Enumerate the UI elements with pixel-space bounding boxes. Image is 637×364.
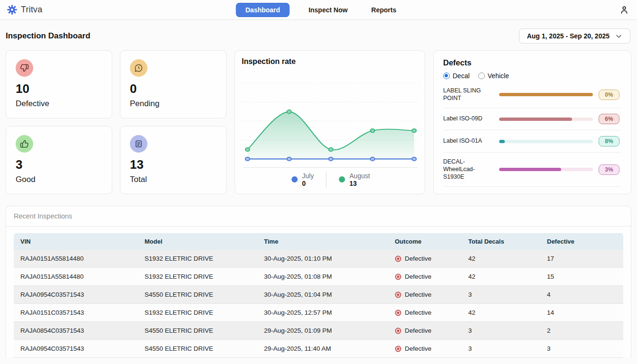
radio-vehicle-label: Vehicle [488, 72, 509, 80]
good-count: 3 [16, 157, 102, 172]
inspection-row[interactable]: RAJA0954C03571543S4550 ELETRIC DRIVE29-A… [14, 340, 623, 358]
brand: Tritva [7, 4, 43, 15]
cell-time: 30-Aug-2025, 01:08 PM [257, 268, 388, 286]
cell-total-decals: 42 [462, 268, 540, 286]
cell-total-decals: 42 [462, 304, 540, 322]
thumbs-down-icon [16, 59, 33, 77]
table-wrap: VIN Model Time Outcome Total Decals Defe… [6, 227, 631, 358]
inspection-row[interactable]: RAJA0151C03571543S1932 ELETRIC DRIVE30-A… [14, 304, 623, 322]
pending-label: Pending [130, 99, 217, 109]
defects-panel: Defects Decal Vehicle LABEL SLING POINT … [433, 50, 631, 194]
defects-filters: Decal Vehicle [443, 72, 621, 80]
radio-vehicle[interactable]: Vehicle [478, 72, 509, 80]
inspection-row[interactable]: RAJA0151A55814480S1932 ELETRIC DRIVE30-A… [14, 250, 623, 268]
col-vin: VIN [14, 233, 138, 250]
tab-reports[interactable]: Reports [366, 3, 401, 17]
cell-model: S1932 ELETRIC DRIVE [138, 250, 257, 268]
defective-count: 10 [16, 82, 102, 96]
defective-target-icon [395, 291, 401, 298]
cell-total-decals: 3 [462, 340, 540, 358]
person-icon [619, 5, 629, 15]
cell-outcome: Defective [388, 268, 462, 286]
recent-inspections-panel: Recent Inspections VIN Model Time Outcom… [6, 206, 631, 358]
brand-name: Tritva [21, 5, 43, 15]
cell-vin: RAJA0151A55814480 [14, 268, 138, 286]
cell-total-decals: 3 [462, 286, 540, 304]
stat-cards: 10 Defective 0 Pending 3 Good [6, 50, 227, 194]
outcome-text: Defective [405, 273, 431, 280]
chart-legend: July 0 August 13 [242, 168, 420, 189]
cell-outcome: Defective [388, 304, 462, 322]
col-time: Time [257, 233, 388, 250]
defect-pct-badge: 0% [599, 90, 619, 100]
col-total-decals: Total Decals [462, 233, 540, 250]
cell-time: 30-Aug-2025, 01:10 PM [257, 250, 388, 268]
defective-target-icon [395, 309, 401, 316]
cell-outcome: Defective [388, 322, 462, 340]
radio-unselected-icon [478, 73, 485, 79]
chevron-down-icon [615, 33, 622, 40]
tab-dashboard[interactable]: Dashboard [236, 3, 290, 17]
col-outcome: Outcome [388, 233, 462, 250]
defect-bar [499, 93, 593, 96]
cell-defective: 3 [540, 340, 623, 358]
july-legend-dot [291, 176, 298, 182]
cell-model: S4550 ELETRIC DRIVE [138, 286, 257, 304]
august-legend-dot [339, 176, 345, 182]
defects-title: Defects [443, 58, 621, 67]
defective-label: Defective [16, 99, 102, 109]
cell-time: 29-Aug-2025, 01:09 PM [257, 322, 388, 340]
defect-label: Label ISO-01A [443, 137, 493, 145]
cell-vin: RAJA0151C03571543 [14, 304, 138, 322]
outcome-text: Defective [405, 309, 431, 316]
defect-label: DECAL-WheelLcad-S1930E [443, 158, 493, 181]
cell-defective: 4 [540, 286, 623, 304]
inspection-rate-chart [242, 68, 420, 166]
stat-card-defective: 10 Defective [6, 50, 112, 118]
cell-total-decals: 42 [462, 250, 540, 268]
cell-defective: 17 [540, 250, 623, 268]
outcome-text: Defective [405, 255, 431, 262]
august-legend-value: 13 [349, 180, 370, 187]
defect-row-label-sling-point: LABEL SLING POINT 0% [443, 82, 621, 108]
defective-target-icon [395, 255, 401, 262]
date-range-selector[interactable]: Aug 1, 2025 - Sep 20, 2025 [519, 28, 630, 44]
cell-model: S4550 ELETRIC DRIVE [138, 322, 257, 340]
stat-card-pending: 0 Pending [120, 50, 227, 118]
user-profile-button[interactable] [618, 4, 630, 16]
good-label: Good [16, 175, 102, 184]
outcome-text: Defective [405, 291, 431, 298]
col-defective: Defective [540, 233, 623, 250]
tab-inspect-now[interactable]: Inspect Now [304, 3, 352, 17]
defect-row-decal-wheellcad: DECAL-WheelLcad-S1930E 3% [443, 153, 621, 187]
defect-label: LABEL SLING POINT [443, 87, 493, 102]
cell-outcome: Defective [388, 250, 462, 268]
inspection-row[interactable]: RAJA0954C03571543S4550 ELETRIC DRIVE30-A… [14, 286, 623, 304]
recent-inspections-title: Recent Inspections [6, 206, 631, 227]
inspection-row[interactable]: RAJA0151A55814480S1932 ELETRIC DRIVE30-A… [14, 268, 623, 286]
cell-time: 30-Aug-2025, 12:57 PM [257, 304, 388, 322]
inspection-row[interactable]: RAJA0854C03571543S4550 ELETRIC DRIVE29-A… [14, 322, 623, 340]
stat-card-good: 3 Good [6, 126, 112, 194]
defect-bar [499, 118, 593, 121]
inspections-table: VIN Model Time Outcome Total Decals Defe… [14, 233, 623, 358]
cell-time: 29-Aug-2025, 11:40 AM [257, 340, 388, 358]
cell-vin: RAJA0954C03571543 [14, 286, 138, 304]
cell-model: S4550 ELETRIC DRIVE [138, 340, 257, 358]
chart-title: Inspection rate [242, 57, 420, 66]
cell-outcome: Defective [388, 286, 462, 304]
radio-selected-icon [443, 73, 450, 79]
pending-bubble-icon [130, 59, 147, 77]
defect-row-label-iso-09d: Label ISO-09D 6% [443, 108, 621, 130]
dashboard-grid: 10 Defective 0 Pending 3 Good [6, 50, 631, 194]
july-legend-label: July [302, 172, 314, 180]
cell-defective: 15 [540, 268, 623, 286]
top-navigation: Tritva Dashboard Inspect Now Reports [0, 0, 637, 20]
cell-vin: RAJA0151A55814480 [14, 250, 138, 268]
defect-pct-badge: 3% [599, 164, 619, 175]
legend-item-august: August 13 [327, 172, 382, 187]
defect-pct-badge: 8% [599, 136, 619, 146]
radio-decal[interactable]: Decal [443, 72, 470, 80]
inspection-rate-panel: Inspection rate July 0 August 13 [235, 50, 425, 194]
table-header-row: VIN Model Time Outcome Total Decals Defe… [14, 233, 623, 250]
